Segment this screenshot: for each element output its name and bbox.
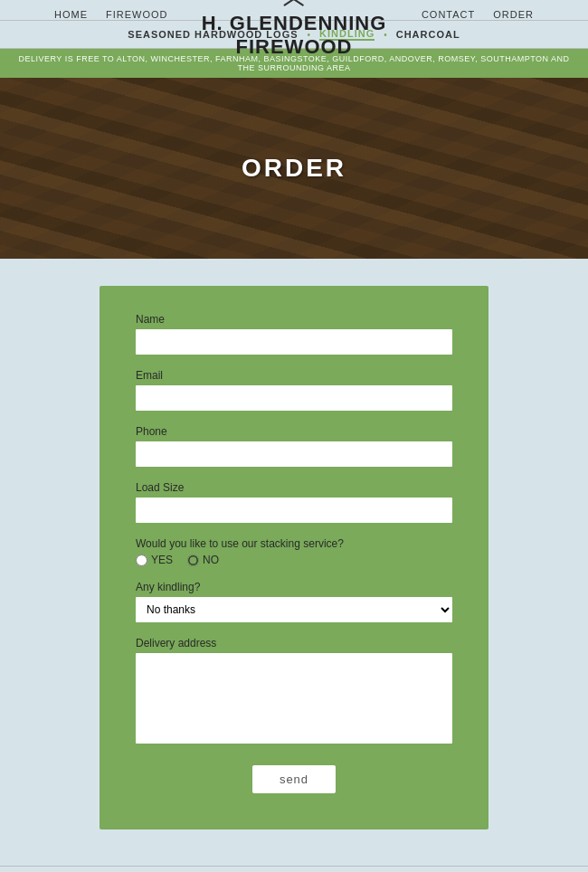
- delivery-address-textarea[interactable]: [136, 653, 452, 744]
- load-size-label: Load Size: [136, 481, 452, 494]
- logo-area: H. Glendenning Firewood: [202, 0, 387, 66]
- kindling-select[interactable]: No thanksYes please: [136, 597, 452, 622]
- phone-group: Phone: [136, 425, 452, 467]
- delivery-address-group: Delivery address: [136, 637, 452, 747]
- logo: H. Glendenning Firewood: [202, 0, 387, 66]
- hero-title: ORDER: [242, 154, 346, 183]
- stacking-yes-label[interactable]: YES: [136, 554, 173, 566]
- nav-order[interactable]: ORDER: [493, 9, 534, 20]
- footer-navigation: HOME FIREWOOD CONTACT ORDER: [0, 866, 588, 872]
- logo-title: H. Glendenning Firewood: [202, 12, 387, 60]
- load-size-group: Load Size: [136, 481, 452, 523]
- kindling-label: Any kindling?: [136, 581, 452, 593]
- nav-left: HOME FIREWOOD: [54, 9, 168, 20]
- phone-input[interactable]: [136, 441, 452, 467]
- stacking-radio-group: YES NO: [136, 554, 452, 566]
- nav-contact[interactable]: CONTACT: [422, 9, 475, 20]
- top-navigation: HOME FIREWOOD H. Glendenning Firewo: [0, 9, 588, 20]
- order-form-card: Name Email Phone Load Size Would you lik…: [100, 286, 488, 829]
- name-group: Name: [136, 313, 452, 355]
- stacking-group: Would you like to use our stacking servi…: [136, 537, 452, 566]
- name-label: Name: [136, 313, 452, 326]
- nav-home[interactable]: HOME: [54, 9, 88, 20]
- send-button[interactable]: send: [252, 765, 336, 793]
- delivery-address-label: Delivery address: [136, 637, 452, 649]
- name-input[interactable]: [136, 329, 452, 355]
- stacking-no-radio[interactable]: [187, 554, 199, 566]
- subnav-charcoal[interactable]: CHARCOAL: [396, 29, 460, 40]
- form-section: Name Email Phone Load Size Would you lik…: [0, 259, 588, 866]
- kindling-group: Any kindling? No thanksYes please: [136, 581, 452, 622]
- email-input[interactable]: [136, 385, 452, 411]
- phone-label: Phone: [136, 425, 452, 438]
- stacking-no-label[interactable]: NO: [187, 554, 219, 566]
- stacking-yes-radio[interactable]: [136, 554, 147, 566]
- load-size-input[interactable]: [136, 498, 452, 523]
- stacking-label: Would you like to use our stacking servi…: [136, 537, 452, 550]
- send-button-container: send: [136, 765, 452, 793]
- hero-section: ORDER: [0, 78, 588, 259]
- logo-icon: [276, 0, 312, 8]
- nav-right: CONTACT ORDER: [422, 9, 534, 20]
- header: HOME FIREWOOD H. Glendenning Firewo: [0, 0, 588, 78]
- email-group: Email: [136, 369, 452, 411]
- nav-firewood[interactable]: FIREWOOD: [106, 9, 168, 20]
- email-label: Email: [136, 369, 452, 382]
